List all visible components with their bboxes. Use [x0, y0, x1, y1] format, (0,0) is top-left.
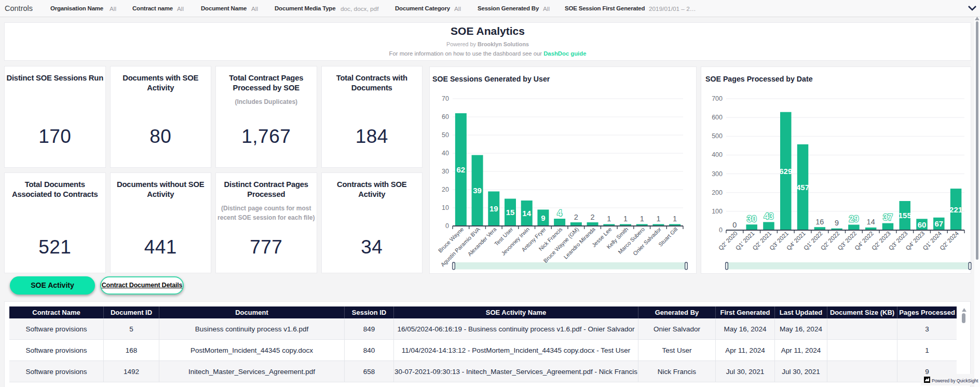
svg-text:40: 40 [442, 150, 449, 157]
svg-text:15: 15 [506, 208, 515, 217]
svg-text:43: 43 [764, 211, 773, 221]
svg-text:10: 10 [442, 204, 449, 211]
svg-text:30: 30 [747, 214, 756, 223]
svg-text:60: 60 [918, 220, 927, 229]
svg-text:1: 1 [673, 215, 677, 223]
svg-text:300: 300 [712, 170, 723, 178]
svg-text:39: 39 [473, 186, 482, 195]
svg-text:62: 62 [457, 165, 466, 174]
svg-text:16: 16 [815, 218, 824, 226]
svg-text:9: 9 [541, 213, 545, 222]
svg-text:Alexander Vera: Alexander Vera [467, 226, 498, 257]
svg-text:14: 14 [867, 218, 875, 226]
svg-text:1: 1 [623, 215, 628, 223]
svg-text:60: 60 [442, 113, 449, 121]
svg-text:0: 0 [732, 221, 737, 229]
svg-text:4: 4 [557, 208, 563, 218]
svg-text:67: 67 [934, 219, 943, 228]
svg-text:SOE Sessions Generated by User: SOE Sessions Generated by User [432, 75, 550, 83]
svg-text:629: 629 [779, 167, 792, 176]
svg-text:9: 9 [835, 219, 839, 227]
svg-text:2: 2 [591, 213, 595, 221]
svg-text:70: 70 [442, 95, 449, 102]
svg-text:600: 600 [712, 114, 723, 121]
svg-text:457: 457 [796, 183, 809, 192]
svg-text:155: 155 [899, 211, 911, 220]
svg-text:19: 19 [489, 204, 498, 213]
svg-text:0: 0 [719, 226, 723, 234]
svg-text:1: 1 [656, 215, 660, 223]
svg-text:30: 30 [442, 168, 449, 175]
svg-text:SOE Pages Processed by Date: SOE Pages Processed by Date [705, 75, 813, 83]
svg-text:500: 500 [712, 132, 723, 140]
svg-text:20: 20 [442, 186, 449, 193]
svg-text:50: 50 [442, 131, 449, 139]
svg-text:2: 2 [574, 213, 578, 221]
svg-text:1: 1 [607, 215, 611, 223]
svg-text:700: 700 [712, 95, 723, 102]
svg-text:1: 1 [640, 215, 644, 223]
svg-text:200: 200 [712, 189, 723, 196]
svg-text:0: 0 [445, 222, 449, 230]
svg-text:Q2' 2024: Q2' 2024 [938, 230, 960, 251]
svg-text:221: 221 [949, 205, 962, 214]
svg-text:14: 14 [522, 209, 531, 218]
svg-text:100: 100 [712, 208, 723, 215]
svg-text:400: 400 [712, 151, 723, 158]
svg-text:29: 29 [849, 214, 859, 223]
svg-text:37: 37 [883, 212, 892, 222]
